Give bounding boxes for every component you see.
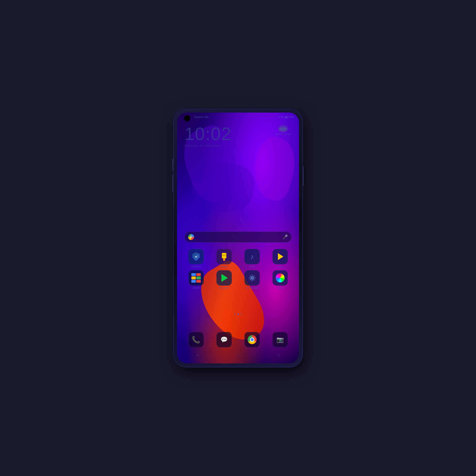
gs-cell-5 <box>191 280 196 283</box>
svg-line-12 <box>250 276 251 276</box>
signal-bar-1 <box>285 117 285 118</box>
weather-cloud-svg <box>278 125 288 132</box>
app-optimizer[interactable]: Optimizer <box>186 249 206 268</box>
svg-line-13 <box>253 279 254 280</box>
add-city-label: Stadt hinzufügen <box>275 133 292 135</box>
app-designs[interactable]: Designs <box>214 249 234 268</box>
weather-icon <box>278 125 288 132</box>
shield-check-svg <box>194 255 198 259</box>
shield-shape <box>192 252 200 261</box>
designs-label: Designs <box>220 265 228 268</box>
gs-cell-6 <box>196 280 201 283</box>
camera-dock-icon: 📷 <box>272 332 288 347</box>
musik-icon: ♪ <box>244 249 260 264</box>
app-google[interactable]: Google <box>186 270 206 289</box>
chrome-inner-circle <box>250 337 254 342</box>
svg-rect-4 <box>223 258 225 261</box>
svg-rect-5 <box>222 255 226 256</box>
galerie-icon <box>272 270 288 286</box>
svg-point-2 <box>283 127 286 130</box>
app-grid: Optimizer Designs ♪ <box>182 249 294 292</box>
google-label: Google <box>192 287 200 289</box>
page-dots <box>234 313 242 315</box>
volume-down-button[interactable] <box>172 175 173 192</box>
playstore-label: Play Store <box>219 287 229 289</box>
home-button[interactable]: ○ <box>234 351 242 359</box>
app-playstore[interactable]: Play Store <box>214 270 234 289</box>
app-row-2: Google Play Store <box>182 270 294 289</box>
messages-dock-icon: 💬 <box>216 332 232 347</box>
app-musik[interactable]: ♪ Musik <box>242 249 262 268</box>
signal-bar-2 <box>285 117 286 118</box>
network-text: N 5G <box>278 116 284 118</box>
svg-rect-6 <box>222 254 226 255</box>
optimizer-icon <box>188 249 204 264</box>
designs-svg <box>219 252 229 261</box>
google-suite-icon <box>191 273 201 283</box>
google-icon <box>188 270 204 286</box>
gs-cell-3 <box>191 276 196 279</box>
phone-dock-icon: 📞 <box>188 332 204 347</box>
camera-icon: 📷 <box>276 336 284 343</box>
search-bar[interactable]: G 🎤 <box>184 232 292 242</box>
dock-camera[interactable]: 📷 <box>271 332 289 347</box>
weather-widget[interactable]: Stadt hinzufügen <box>275 125 292 135</box>
app-row-1: Optimizer Designs ♪ <box>182 249 294 268</box>
phone-call-icon: 📞 <box>192 336 200 344</box>
status-right: N 5G 100% <box>278 116 294 118</box>
power-button[interactable] <box>303 166 304 186</box>
optimizer-label: Optimizer <box>191 265 201 268</box>
music-note-icon: ♪ <box>250 253 254 261</box>
video-icon <box>272 249 288 264</box>
volume-up-button[interactable] <box>172 159 173 171</box>
gs-cell-1 <box>191 273 196 276</box>
dock-chrome[interactable] <box>243 332 261 347</box>
playstore-triangle-icon <box>221 274 228 282</box>
front-camera <box>184 116 190 121</box>
clock-date: Mittwoch, 13. November <box>184 144 232 148</box>
google-logo: G <box>188 234 194 240</box>
svg-point-7 <box>251 276 254 279</box>
clock-widget: 10:02 Mittwoch, 13. November <box>184 125 232 148</box>
einstellungen-icon <box>244 270 260 286</box>
page-dot-2 <box>237 313 239 315</box>
phone-device: Noname SIM N 5G 100% 10:02 Mittwoch, 13.… <box>174 109 302 367</box>
signal-bar-4 <box>287 116 287 118</box>
page-dot-3 <box>240 313 242 315</box>
battery-text: 100% <box>288 116 294 118</box>
chrome-dock-icon <box>244 332 260 347</box>
gs-cell-4 <box>196 276 201 279</box>
app-video[interactable]: Video <box>270 249 290 268</box>
clock-time: 10:02 <box>184 125 232 143</box>
chrome-icon <box>248 335 257 344</box>
dock: 📞 💬 📷 <box>182 332 294 347</box>
carrier-text: Noname SIM <box>194 116 209 118</box>
playstore-icon <box>216 270 232 286</box>
status-bar: Noname SIM N 5G 100% <box>177 113 299 121</box>
signal-bar-3 <box>286 116 287 118</box>
svg-line-14 <box>253 276 254 276</box>
back-button[interactable]: ◁ <box>194 351 201 359</box>
designs-icon <box>216 249 232 264</box>
svg-line-15 <box>250 279 251 280</box>
dock-phone[interactable]: 📞 <box>187 332 205 347</box>
einstellungen-label: Einstellungen <box>245 287 259 289</box>
page-dot-1 <box>234 313 236 315</box>
recents-button[interactable]: □ <box>275 351 282 359</box>
musik-label: Musik <box>249 265 255 268</box>
dock-messages[interactable]: 💬 <box>215 332 233 347</box>
galerie-label: Galerie <box>276 287 284 289</box>
phone-screen: Noname SIM N 5G 100% 10:02 Mittwoch, 13.… <box>177 113 299 363</box>
voice-search-icon[interactable]: 🎤 <box>282 234 288 240</box>
nav-bar: ◁ ○ □ <box>177 349 299 361</box>
settings-gear-svg <box>248 274 256 282</box>
messages-icon: 💬 <box>220 336 228 343</box>
play-triangle-icon <box>278 253 283 260</box>
video-label: Video <box>277 265 283 268</box>
signal-bars <box>285 116 287 118</box>
color-wheel-icon <box>276 273 285 282</box>
gs-cell-2 <box>196 273 201 276</box>
app-einstellungen[interactable]: Einstellungen <box>242 270 262 289</box>
app-galerie[interactable]: Galerie <box>270 270 290 289</box>
